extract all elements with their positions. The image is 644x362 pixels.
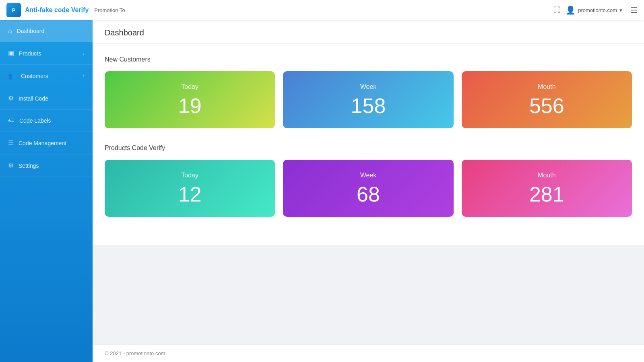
new-customers-week-card[interactable]: Week 158 (283, 71, 453, 128)
sidebar-item-left: ⚙ Install Code (8, 95, 48, 102)
sidebar-label-settings: Settings (19, 162, 39, 169)
new-customers-cards-row: Today 19 Week 158 Mouth 556 (105, 71, 632, 128)
footer-text: © 2021 - promotionto.com (105, 350, 165, 356)
sidebar-item-left: ☰ Code Management (8, 139, 66, 147)
products-mouth-card[interactable]: Mouth 281 (462, 160, 632, 217)
install-code-icon: ⚙ (8, 95, 14, 102)
code-management-icon: ☰ (8, 139, 14, 147)
footer: © 2021 - promotionto.com (93, 344, 644, 362)
logo-box: P (6, 3, 21, 17)
products-week-value: 68 (357, 184, 380, 205)
sidebar-item-settings[interactable]: ⚙ Settings (0, 154, 93, 177)
sidebar-item-left: ⚙ Settings (8, 162, 39, 169)
new-customers-today-period: Today (181, 83, 198, 90)
new-customers-week-value: 158 (351, 95, 386, 116)
sidebar-item-code-management[interactable]: ☰ Code Management (0, 132, 93, 154)
new-customers-week-period: Week (360, 83, 377, 90)
hamburger-icon[interactable]: ☰ (630, 5, 638, 15)
new-customers-mouth-card[interactable]: Mouth 556 (462, 71, 632, 128)
page-body: New Customers Today 19 Week 158 Mouth 55 (93, 44, 644, 245)
new-customers-mouth-value: 556 (529, 95, 564, 116)
sidebar-item-code-labels[interactable]: 🏷 Code Labels (0, 110, 93, 132)
new-customers-section: New Customers Today 19 Week 158 Mouth 55 (105, 56, 632, 128)
products-code-verify-cards-row: Today 12 Week 68 Mouth 281 (105, 160, 632, 217)
sidebar-item-left: 🏷 Code Labels (8, 117, 51, 124)
new-customers-title: New Customers (105, 56, 632, 63)
products-mouth-value: 281 (529, 184, 564, 205)
user-menu[interactable]: 👤 promotionto.com ▾ (566, 5, 622, 15)
logo-letter: P (12, 8, 16, 13)
sidebar-label-code-management: Code Management (19, 140, 66, 146)
content-area: Dashboard New Customers Today 19 Week 15… (93, 20, 644, 245)
customers-icon: 👥 (8, 72, 16, 80)
new-customers-today-value: 19 (178, 95, 202, 116)
settings-icon: ⚙ (8, 162, 14, 169)
sidebar-item-install-code[interactable]: ⚙ Install Code (0, 87, 93, 110)
expand-icon[interactable]: ⛶ (553, 6, 561, 14)
app-header: P Anti-fake code Verify Promotion To ⛶ 👤… (0, 0, 644, 20)
sidebar-label-code-labels: Code Labels (19, 117, 51, 124)
layout: ⌂ Dashboard ▣ Products › 👥 Customers › ⚙… (0, 20, 644, 362)
products-week-card[interactable]: Week 68 (283, 160, 453, 217)
products-today-period: Today (181, 172, 198, 179)
home-icon: ⌂ (8, 27, 12, 35)
header-right: ⛶ 👤 promotionto.com ▾ ☰ (553, 5, 638, 15)
code-labels-icon: 🏷 (8, 117, 14, 124)
sidebar-item-customers[interactable]: 👥 Customers › (0, 65, 93, 87)
app-title: Anti-fake code Verify (25, 6, 89, 14)
customers-chevron-icon: › (83, 73, 85, 79)
sidebar-item-left: ▣ Products (8, 49, 41, 57)
sidebar-label-dashboard: Dashboard (17, 28, 45, 34)
page-header: Dashboard (93, 20, 644, 44)
products-code-verify-title: Products Code Verify (105, 144, 632, 152)
sidebar-item-dashboard[interactable]: ⌂ Dashboard (0, 20, 93, 42)
products-today-value: 12 (178, 184, 202, 205)
products-icon: ▣ (8, 49, 14, 57)
products-code-verify-section: Products Code Verify Today 12 Week 68 Mo… (105, 144, 632, 217)
app-subtitle: Promotion To (94, 7, 125, 13)
page-title: Dashboard (105, 28, 632, 37)
products-week-period: Week (360, 172, 377, 179)
user-avatar-icon: 👤 (566, 5, 576, 15)
new-customers-today-card[interactable]: Today 19 (105, 71, 275, 128)
new-customers-mouth-period: Mouth (538, 83, 555, 90)
sidebar-label-customers: Customers (21, 73, 48, 79)
main-content: Dashboard New Customers Today 19 Week 15… (93, 20, 644, 362)
user-dropdown-chevron: ▾ (619, 7, 622, 13)
user-name: promotionto.com (578, 7, 617, 13)
products-chevron-icon: › (83, 51, 85, 56)
sidebar-item-left: 👥 Customers (8, 72, 48, 80)
footer-area (93, 245, 644, 344)
sidebar: ⌂ Dashboard ▣ Products › 👥 Customers › ⚙… (0, 20, 93, 362)
logo-area: P Anti-fake code Verify Promotion To (6, 3, 125, 17)
sidebar-item-products[interactable]: ▣ Products › (0, 42, 93, 65)
sidebar-label-install-code: Install Code (19, 95, 48, 102)
products-today-card[interactable]: Today 12 (105, 160, 275, 217)
sidebar-label-products: Products (19, 50, 41, 57)
products-mouth-period: Mouth (538, 172, 555, 179)
sidebar-item-left: ⌂ Dashboard (8, 27, 44, 35)
